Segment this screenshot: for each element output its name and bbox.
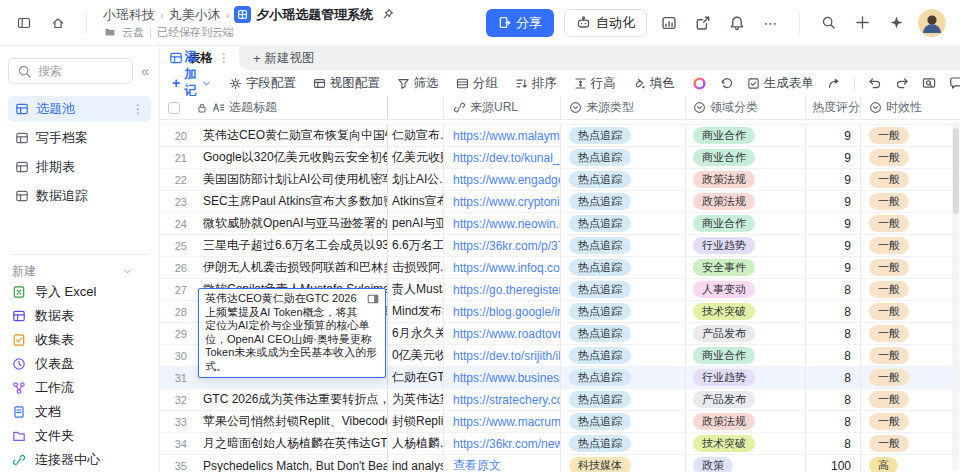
table-row[interactable]: 33 苹果公司悄然封锁Replit、Vibecode等AI... 封锁Repli… (160, 411, 960, 433)
cell-url[interactable]: https://dev.to/kunal_d6... (443, 147, 560, 168)
toolbar-filter-button[interactable]: 筛选 (397, 75, 439, 92)
toolbar-paint-button[interactable]: 填色 (633, 75, 675, 92)
cell-timeliness[interactable]: 一般 (860, 257, 960, 278)
cell-timeliness[interactable]: 一般 (860, 279, 960, 300)
cell-title[interactable]: 微软威胁就OpenAI与亚马逊签署的500... (196, 213, 387, 234)
cell-source-type[interactable]: 热点追踪 (560, 213, 685, 234)
cell-title[interactable]: GTC 2026成为英伟达重要转折点，黄仁... (196, 389, 387, 410)
create-item-excel[interactable]: 导入 Excel (0, 280, 159, 304)
generate-form-button[interactable]: 生成表单 (747, 75, 814, 92)
cell-url[interactable]: https://www.businessin... (443, 367, 560, 388)
tab-menu-icon[interactable]: ⋮ (218, 51, 230, 65)
table-row[interactable]: 23 SEC主席Paul Atkins宣布大多数加密资产... Atkins宣布… (160, 191, 960, 213)
column-header-url[interactable]: 来源URL (443, 96, 560, 119)
sidebar-item-table-2[interactable]: 排期表 (8, 154, 151, 180)
cell-url[interactable]: https://www.engadget.c... (443, 169, 560, 190)
table-row[interactable]: 25 三星电子超过6.6万名工会成员以93.1%... 6.6万名工... ht… (160, 235, 960, 257)
cell-hidden-column[interactable]: 仁勋在GTC... (387, 367, 443, 388)
vertical-scrollbar[interactable] (953, 128, 959, 214)
cell-timeliness[interactable]: 一般 (860, 213, 960, 234)
avatar[interactable] (918, 9, 946, 37)
cell-score[interactable]: 9 (805, 257, 860, 278)
plus-icon[interactable] (850, 11, 874, 35)
url-link[interactable]: https://www.businessin... (453, 371, 560, 385)
url-link[interactable]: https://www.infoq.com/... (453, 261, 560, 275)
url-link[interactable]: https://www.roadtovr.co... (453, 327, 560, 341)
cell-url[interactable]: https://www.cryptoninja... (443, 191, 560, 212)
share-view-icon[interactable] (827, 76, 841, 90)
table-row[interactable]: 20 英伟达CEO黄仁勋宣布恢复向中国销售高... 仁勋宣布... https:… (160, 125, 960, 147)
cell-domain[interactable]: 技术突破 (685, 301, 805, 322)
cell-title[interactable]: 美国国防部计划让AI公司使用机密军事... (196, 169, 387, 190)
cell-timeliness[interactable]: 一般 (860, 147, 960, 168)
cell-source-type[interactable]: 热点追踪 (560, 125, 685, 146)
url-link[interactable]: https://dev.to/srijith/ib... (453, 349, 560, 363)
toolbar-sort-button[interactable]: 排序 (515, 75, 557, 92)
url-link[interactable]: https://www.engadget.c... (453, 173, 560, 187)
cell-source-type[interactable]: 热点追踪 (560, 411, 685, 432)
cell-hidden-column[interactable]: 6.6万名工... (387, 235, 443, 256)
breadcrumb-item-org[interactable]: 小瑶科技 (103, 6, 155, 24)
cell-url[interactable]: https://stratechery.com/... (443, 389, 560, 410)
cell-timeliness[interactable]: 一般 (860, 345, 960, 366)
sidebar-item-table-0[interactable]: 选题池⋮ (8, 96, 151, 122)
history-icon[interactable] (720, 76, 734, 90)
toolbar-group-button[interactable]: 分组 (456, 75, 498, 92)
cell-url[interactable]: https://dev.to/srijith/ib... (443, 345, 560, 366)
create-item-folder[interactable]: 文件夹 (0, 424, 159, 448)
url-link[interactable]: https://dev.to/kunal_d6... (453, 151, 560, 165)
share-out-icon[interactable] (691, 11, 715, 35)
cell-source-type[interactable]: 热点追踪 (560, 433, 685, 454)
url-link[interactable]: https://stratechery.com/... (453, 393, 560, 407)
url-link[interactable]: https://www.malaymail.... (453, 129, 560, 143)
cell-score[interactable]: 8 (805, 433, 860, 454)
new-view-button[interactable]: + 新建视图 (253, 50, 315, 67)
column-header-time[interactable]: 时效性 (860, 96, 960, 119)
cell-domain[interactable]: 人事变动 (685, 279, 805, 300)
pin-icon[interactable] (378, 6, 396, 24)
url-link[interactable]: https://blog.google/inno... (453, 305, 560, 319)
cell-url[interactable]: https://www.infoq.com/... (443, 257, 560, 278)
cell-timeliness[interactable]: 高 (860, 455, 960, 472)
automation-button[interactable]: 自动化 (564, 9, 647, 37)
page-title[interactable]: 夕小瑶选题管理系统 (256, 6, 373, 24)
create-item-collect-form[interactable]: 收集表 (0, 328, 159, 352)
cell-hidden-column[interactable]: 为英伟达重... (387, 389, 443, 410)
cell-source-type[interactable]: 热点追踪 (560, 257, 685, 278)
cell-source-type[interactable]: 热点追踪 (560, 147, 685, 168)
cell-url[interactable]: https://blog.google/inno... (443, 301, 560, 322)
cell-domain[interactable]: 政策 (685, 455, 805, 472)
cell-url[interactable]: https://36kr.com/p/3728... (443, 235, 560, 256)
column-header-title[interactable]: 选题标题 (196, 96, 387, 119)
cell-hidden-column[interactable]: 封锁Replit... (387, 411, 443, 432)
select-all-checkbox[interactable] (168, 102, 180, 114)
cell-score[interactable]: 9 (805, 147, 860, 168)
cell-score[interactable]: 9 (805, 213, 860, 234)
column-header-hidden[interactable] (387, 96, 443, 119)
breadcrumb-item-space[interactable]: 丸美小沐 (169, 6, 221, 24)
cell-timeliness[interactable]: 一般 (860, 191, 960, 212)
cell-domain[interactable]: 技术突破 (685, 433, 805, 454)
cell-domain[interactable]: 政策法规 (685, 411, 805, 432)
cell-title[interactable]: 伊朗无人机袭击损毁阿联酋和巴林多个A... (196, 257, 387, 278)
cell-hidden-column[interactable]: 仁勋宣布... (387, 125, 443, 146)
search-icon[interactable] (816, 11, 840, 35)
undo-icon[interactable] (868, 76, 882, 90)
cell-url[interactable]: https://36kr.com/newsfl... (443, 433, 560, 454)
url-link[interactable]: https://go.theregister.co... (453, 283, 560, 297)
cell-source-type[interactable]: 热点追踪 (560, 301, 685, 322)
create-item-connector[interactable]: 连接器中心 (0, 448, 159, 472)
cell-hidden-column[interactable]: 亿美元收购... (387, 147, 443, 168)
create-section-header[interactable]: 新建 (0, 263, 159, 280)
cell-hidden-column[interactable]: penAI与亚... (387, 213, 443, 234)
cell-source-type[interactable]: 热点追踪 (560, 191, 685, 212)
cell-score[interactable]: 9 (805, 191, 860, 212)
comment-icon[interactable] (949, 76, 960, 90)
cell-timeliness[interactable]: 一般 (860, 301, 960, 322)
sidebar-item-table-1[interactable]: 写手档案 (8, 125, 151, 151)
cell-timeliness[interactable]: 一般 (860, 169, 960, 190)
expanded-cell-popup[interactable]: 英伟达CEO黄仁勋在GTC 2026上频繁提及AI Token概念，将其定位为A… (198, 288, 386, 378)
redo-icon[interactable] (895, 76, 909, 90)
cell-score[interactable]: 8 (805, 279, 860, 300)
bell-icon[interactable] (725, 11, 749, 35)
